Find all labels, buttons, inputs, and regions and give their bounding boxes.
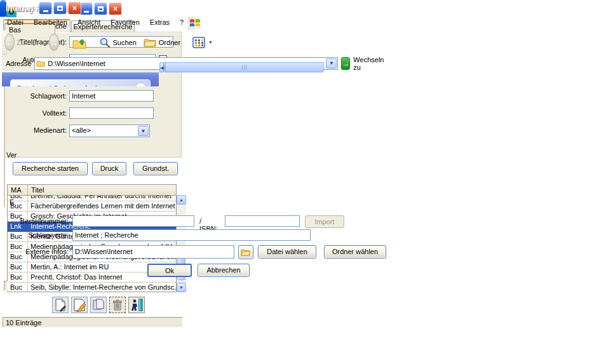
folders-icon (144, 37, 156, 48)
menu-extras[interactable]: Extras (145, 17, 175, 29)
address-value: D:\Wissen\Internet (48, 60, 105, 67)
address-dropdown-icon[interactable]: ▼ (326, 58, 337, 69)
menu-hilfe[interactable]: ? (175, 17, 189, 29)
cell-ma: Buc (8, 283, 28, 292)
open-folder-icon (241, 248, 251, 257)
schlagworte-input[interactable]: Internet ; Recherche (72, 229, 311, 241)
entry-count: 10 Einträge (6, 319, 41, 327)
menu-bearbeiten[interactable]: Bearbeiten (29, 17, 72, 29)
folder-up-icon (72, 36, 86, 50)
folder-icon (36, 59, 45, 68)
cell-titel: Fächerübergreifendes Lernen mit dem Inte… (28, 201, 176, 211)
table-header[interactable]: MA Titel (8, 185, 176, 196)
schlagwort-label: Schlagwort: (3, 92, 67, 100)
minimize-button[interactable] (79, 3, 93, 15)
new-document-icon (53, 298, 67, 312)
recherche-starten-button[interactable]: Recherche starten (13, 162, 88, 175)
browse-folder-button[interactable] (238, 245, 253, 259)
cell-titel: Bremer, Claudia: Per Anhalter durchs Int… (28, 196, 176, 201)
cell-ma: Buc (8, 273, 28, 282)
abbrechen-button[interactable]: Abbrechen (198, 264, 250, 277)
dialog-status-bar (4, 281, 8, 291)
views-dropdown-icon[interactable]: ▼ (208, 40, 213, 44)
table-rows: Buc Bremer, Claudia: Per Anhalter durchs… (8, 196, 176, 292)
scroll-up-button[interactable]: ▲ (177, 195, 186, 205)
views-icon (192, 37, 205, 48)
forward-dropdown-icon[interactable]: ▼ (62, 40, 67, 44)
volltext-input[interactable] (69, 107, 154, 119)
go-button[interactable]: → (341, 57, 350, 70)
results-scrollbar[interactable]: ▲ ▼ (177, 195, 186, 292)
druck-button[interactable]: Druck (92, 162, 126, 175)
label-fragment-e: E (10, 198, 14, 206)
explorer-titlebar[interactable]: Internet × (0, 0, 6, 17)
go-label: Wechseln zu (353, 56, 384, 71)
maximize-button[interactable] (53, 2, 67, 15)
back-button[interactable]: ← (4, 34, 15, 51)
close-button[interactable]: × (109, 3, 122, 15)
navigation-toolbar: ← Zurück ▼ → ▼ Suchen (2, 30, 7, 55)
forward-button[interactable]: → (49, 34, 59, 51)
explorer-window-title: Internet (6, 4, 34, 13)
close-button[interactable]: × (68, 2, 81, 15)
chevron-down-icon[interactable]: ▼ (138, 126, 149, 136)
column-header-titel[interactable]: Titel (28, 185, 44, 195)
schlagwort-input[interactable]: Internet (69, 90, 154, 102)
medienart-label: Medienart: (3, 126, 67, 134)
menu-ansicht[interactable]: Ansicht (72, 17, 105, 29)
address-bar: Adresse D:\Wissen\Internet ▼ → Wechseln … (2, 55, 10, 72)
katalog-status-bar: 10 Einträge (3, 317, 183, 328)
table-row[interactable]: Buc Seib, Sibylle: Internet-Recherche vo… (8, 283, 176, 292)
edit-entry-button[interactable] (71, 297, 88, 313)
externe-infos-input[interactable]: D:\Wissen\Internet (72, 245, 234, 259)
chevron-up-icon[interactable] (135, 83, 146, 86)
edit-pencil-icon (72, 298, 86, 312)
task-pane: Datei- und Ordneraufgaben Neuen Ordner e… (2, 72, 159, 86)
column-header-ma[interactable]: MA (8, 185, 28, 195)
import-button[interactable]: Import (305, 215, 344, 228)
trash-icon (111, 299, 124, 311)
file-tasks-header[interactable]: Datei- und Ordneraufgaben (11, 80, 150, 86)
menu-favoriten[interactable]: Favoriten (105, 17, 145, 29)
ok-button[interactable]: Ok (147, 264, 192, 277)
windows-logo (189, 17, 201, 30)
medienart-select[interactable]: <alle> ▼ (69, 125, 150, 137)
scroll-thumb[interactable] (165, 62, 324, 72)
bestellnummer-input[interactable] (72, 215, 194, 227)
back-label: Zurück (17, 39, 38, 46)
search-icon (99, 37, 111, 48)
address-label: Adresse (6, 60, 31, 67)
copy-entry-button[interactable] (90, 297, 107, 313)
up-button[interactable] (72, 36, 86, 50)
menu-datei[interactable]: Datei (2, 17, 29, 29)
table-row[interactable]: Buc Bremer, Claudia: Per Anhalter durchs… (8, 196, 176, 201)
datei-waehlen-button[interactable]: Datei wählen (258, 245, 316, 259)
cell-titel: Seib, Sibylle: Internet-Recherche von Gr… (28, 283, 176, 292)
table-row[interactable]: Buc Fächerübergreifendes Lernen mit dem … (8, 201, 176, 212)
folders-button[interactable]: Ordner (141, 37, 183, 48)
isbn-input[interactable] (225, 215, 300, 227)
copy-icon (91, 298, 105, 312)
schlagworte-label: Schlagworte: (3, 231, 69, 239)
maximize-button[interactable] (94, 3, 107, 15)
panel-title: Datei- und Ordneraufgaben (17, 84, 135, 87)
file-tasks-panel: Datei- und Ordneraufgaben Neuen Ordner e… (10, 79, 151, 86)
exit-door-icon (130, 298, 144, 312)
cell-ma: Buc (8, 262, 28, 272)
new-entry-button[interactable] (52, 297, 69, 313)
search-button[interactable]: Suchen (97, 37, 139, 48)
bestellnummer-label: Bestellnummer: (3, 217, 69, 225)
label-fragment-ver: Ver (6, 151, 17, 159)
scroll-down-button[interactable]: ▼ (177, 283, 186, 292)
ordner-waehlen-button[interactable]: Ordner wählen (324, 245, 386, 259)
exit-button[interactable] (128, 297, 145, 313)
scroll-left-button[interactable]: ◀ (159, 62, 164, 72)
grundst-button[interactable]: Grundst. (133, 162, 178, 175)
medienart-value: <alle> (72, 126, 91, 134)
views-button[interactable]: ▼ (191, 37, 216, 48)
minimize-button[interactable] (39, 2, 52, 15)
back-dropdown-icon[interactable]: ▼ (41, 40, 46, 44)
delete-entry-button[interactable] (109, 297, 126, 313)
windows-flag-icon (189, 18, 201, 28)
folders-label: Ordner (159, 39, 180, 46)
